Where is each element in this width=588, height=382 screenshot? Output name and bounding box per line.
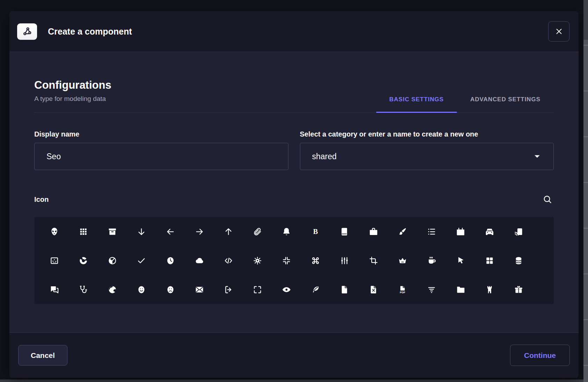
continue-button[interactable]: Continue <box>510 345 570 366</box>
icon-eye[interactable] <box>272 275 301 304</box>
icon-arrowRight[interactable] <box>185 217 214 246</box>
modal-body: Configurations A type for modeling data … <box>9 52 579 332</box>
icon-cog[interactable] <box>243 246 272 275</box>
form-fields: Display name Select a category or enter … <box>34 130 554 170</box>
icon-alien[interactable] <box>40 217 69 246</box>
icon-picker-label: Icon <box>34 196 49 204</box>
icon-connector[interactable] <box>330 246 359 275</box>
modal-header: Create a component <box>9 11 579 52</box>
icon-folder[interactable] <box>446 275 475 304</box>
icon-grid: BPDF <box>34 217 554 304</box>
icon-code[interactable] <box>214 246 243 275</box>
display-name-field: Display name <box>34 130 288 170</box>
category-field: Select a category or enter a name to cre… <box>300 130 554 170</box>
icon-crop[interactable] <box>359 246 388 275</box>
svg-text:PDF: PDF <box>400 291 406 294</box>
icon-book[interactable] <box>330 217 359 246</box>
icon-brush[interactable] <box>388 217 417 246</box>
icon-cup[interactable] <box>417 246 446 275</box>
modal-footer: Cancel Continue <box>9 332 579 378</box>
icon-bulletList[interactable] <box>417 217 446 246</box>
icon-filePdf[interactable]: PDF <box>388 275 417 304</box>
icon-castle[interactable] <box>475 275 504 304</box>
icon-dashboard[interactable] <box>475 246 504 275</box>
icon-discuss[interactable] <box>40 275 69 304</box>
cancel-button[interactable]: Cancel <box>18 345 67 366</box>
section-title: Configurations <box>34 79 111 92</box>
icon-crown[interactable] <box>388 246 417 275</box>
tab-list: BASIC SETTINGS ADVANCED SETTINGS <box>376 96 554 112</box>
section-subtitle: A type for modeling data <box>34 95 111 103</box>
caret-down-icon <box>533 152 542 161</box>
icon-earth[interactable] <box>98 275 127 304</box>
icon-chartBubble[interactable] <box>40 246 69 275</box>
icon-picker-header: Icon <box>34 193 554 206</box>
icon-briefcase[interactable] <box>359 217 388 246</box>
display-name-input[interactable] <box>34 143 288 170</box>
svg-text:B: B <box>313 228 318 235</box>
background-page-edge <box>0 380 588 382</box>
page-scrollbar-track-top <box>583 0 588 40</box>
icon-check[interactable] <box>127 246 156 275</box>
icon-collapse[interactable] <box>272 246 301 275</box>
icon-bold[interactable]: B <box>301 217 330 246</box>
icon-doctor[interactable] <box>69 275 98 304</box>
modal-title: Create a component <box>48 27 132 37</box>
close-icon <box>555 27 563 36</box>
icon-fileError[interactable] <box>359 275 388 304</box>
icon-gift[interactable] <box>504 275 533 304</box>
tab-basic-settings[interactable]: BASIC SETTINGS <box>376 96 457 112</box>
icon-database[interactable] <box>504 246 533 275</box>
icon-clock[interactable] <box>156 246 185 275</box>
category-select-value: shared <box>312 152 337 161</box>
page-scrollbar[interactable] <box>583 0 588 382</box>
icon-expand[interactable] <box>243 275 272 304</box>
icon-filter[interactable] <box>417 275 446 304</box>
close-button[interactable] <box>548 21 569 42</box>
icon-envelop[interactable] <box>185 275 214 304</box>
icon-chartPie[interactable] <box>98 246 127 275</box>
category-label: Select a category or enter a name to cre… <box>300 130 554 138</box>
icon-command[interactable] <box>301 246 330 275</box>
create-component-modal: Create a component Configurations A type… <box>9 11 579 378</box>
icon-file[interactable] <box>330 275 359 304</box>
icon-arrowDown[interactable] <box>127 217 156 246</box>
display-name-label: Display name <box>34 130 288 138</box>
icon-apps[interactable] <box>69 217 98 246</box>
section-header: Configurations A type for modeling data … <box>34 79 554 113</box>
icon-emotionUnhappy[interactable] <box>156 275 185 304</box>
icon-calendar[interactable] <box>446 217 475 246</box>
icon-chartCircle[interactable] <box>69 246 98 275</box>
tab-advanced-settings[interactable]: ADVANCED SETTINGS <box>457 96 554 112</box>
icon-bell[interactable] <box>272 217 301 246</box>
icon-feather[interactable] <box>301 275 330 304</box>
icon-cursor[interactable] <box>446 246 475 275</box>
icon-cast[interactable] <box>504 217 533 246</box>
section-titles: Configurations A type for modeling data <box>34 79 111 112</box>
icon-car[interactable] <box>475 217 504 246</box>
icon-exit[interactable] <box>214 275 243 304</box>
icon-attachment[interactable] <box>243 217 272 246</box>
icon-archive[interactable] <box>98 217 127 246</box>
icon-cloud[interactable] <box>185 246 214 275</box>
icon-search-button[interactable] <box>541 193 554 206</box>
icon-emotionHappy[interactable] <box>127 275 156 304</box>
category-select[interactable]: shared <box>300 143 554 170</box>
component-icon <box>17 23 37 40</box>
icon-arrowUp[interactable] <box>214 217 243 246</box>
icon-arrowLeft[interactable] <box>156 217 185 246</box>
search-icon <box>543 194 552 204</box>
